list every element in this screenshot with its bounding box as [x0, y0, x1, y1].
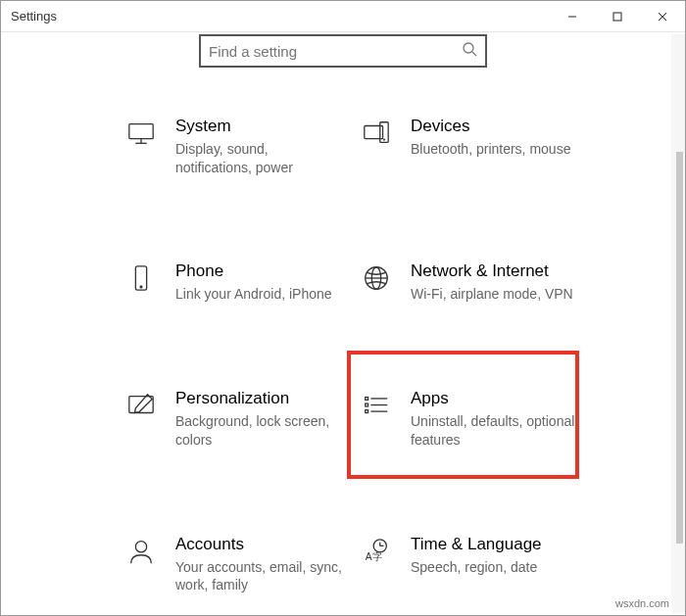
- category-title: Network & Internet: [411, 261, 573, 281]
- search-icon: [462, 41, 477, 61]
- list-icon: [360, 389, 393, 422]
- svg-text:A字: A字: [366, 551, 382, 562]
- svg-line-5: [472, 52, 476, 56]
- category-title: Personalization: [175, 389, 342, 408]
- svg-point-11: [384, 139, 385, 140]
- phone-icon: [124, 261, 158, 295]
- paintbrush-icon: [124, 389, 158, 422]
- category-personalization[interactable]: Personalization Background, lock screen,…: [124, 387, 360, 469]
- category-desc: Wi-Fi, airplane mode, VPN: [411, 285, 573, 304]
- settings-categories: System Display, sound, notifications, po…: [124, 115, 656, 615]
- category-desc: Bluetooth, printers, mouse: [411, 140, 570, 159]
- category-title: Devices: [411, 117, 570, 136]
- category-accounts[interactable]: Accounts Your accounts, email, sync, wor…: [124, 533, 360, 615]
- category-apps[interactable]: Apps Uninstall, defaults, optional featu…: [360, 387, 595, 469]
- svg-rect-22: [366, 410, 368, 413]
- time-language-icon: A字: [360, 535, 393, 568]
- svg-rect-1: [613, 13, 621, 21]
- search-container: [1, 32, 685, 68]
- svg-rect-18: [366, 398, 368, 401]
- category-title: Time & Language: [411, 535, 542, 554]
- category-title: Apps: [411, 389, 577, 408]
- watermark: wsxdn.com: [615, 597, 669, 609]
- category-title: System: [175, 117, 342, 136]
- svg-rect-20: [366, 403, 368, 406]
- titlebar: Settings: [1, 1, 685, 32]
- minimize-button[interactable]: [550, 1, 595, 31]
- scrollbar-track[interactable]: [671, 34, 685, 613]
- globe-icon: [360, 261, 393, 295]
- category-devices[interactable]: Devices Bluetooth, printers, mouse: [360, 115, 595, 197]
- category-desc: Speech, region, date: [411, 558, 542, 577]
- window-controls: [550, 1, 685, 31]
- category-system[interactable]: System Display, sound, notifications, po…: [124, 115, 360, 197]
- category-desc: Uninstall, defaults, optional features: [411, 412, 577, 450]
- category-desc: Your accounts, email, sync, work, family: [175, 558, 342, 595]
- search-input[interactable]: [209, 43, 462, 60]
- category-desc: Display, sound, notifications, power: [175, 140, 342, 177]
- window-title: Settings: [11, 9, 57, 24]
- category-phone[interactable]: Phone Link your Android, iPhone: [124, 260, 360, 324]
- category-title: Phone: [175, 261, 332, 281]
- maximize-button[interactable]: [595, 1, 640, 31]
- category-desc: Link your Android, iPhone: [175, 285, 332, 304]
- search-box[interactable]: [199, 34, 487, 68]
- svg-rect-6: [129, 124, 153, 139]
- svg-point-24: [135, 541, 146, 551]
- category-network[interactable]: Network & Internet Wi-Fi, airplane mode,…: [360, 260, 595, 324]
- category-title: Accounts: [175, 535, 342, 554]
- category-desc: Background, lock screen, colors: [175, 412, 342, 450]
- scrollbar-thumb[interactable]: [676, 152, 683, 544]
- person-icon: [124, 535, 158, 568]
- svg-point-4: [464, 43, 473, 53]
- display-icon: [124, 117, 158, 150]
- devices-icon: [360, 117, 393, 150]
- category-time[interactable]: A字 Time & Language Speech, region, date: [360, 533, 595, 615]
- close-button[interactable]: [640, 1, 685, 31]
- svg-point-13: [140, 286, 142, 288]
